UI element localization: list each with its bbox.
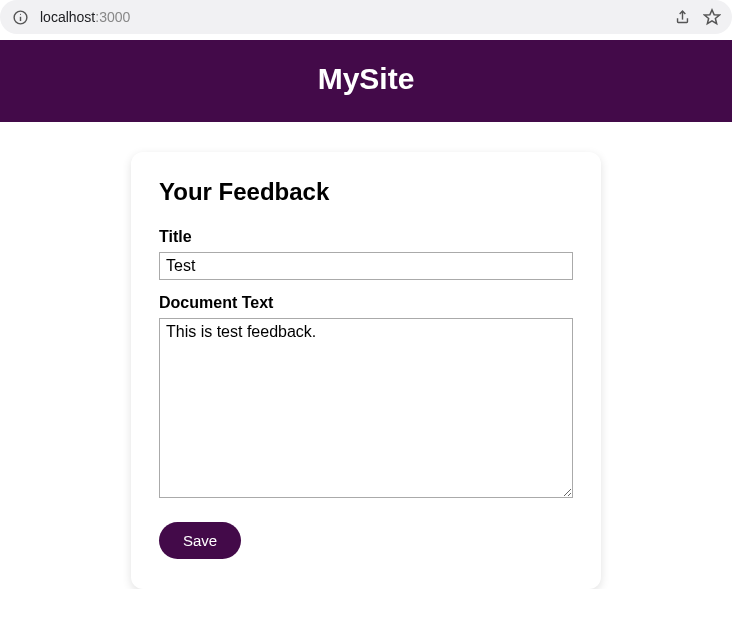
browser-address-bar: localhost:3000 xyxy=(0,0,732,34)
url-text[interactable]: localhost:3000 xyxy=(40,9,662,25)
save-button[interactable]: Save xyxy=(159,522,241,559)
title-label: Title xyxy=(159,228,573,246)
feedback-card: Your Feedback Title Document Text Save xyxy=(131,152,601,589)
site-title: MySite xyxy=(0,62,732,96)
title-group: Title xyxy=(159,228,573,280)
info-icon[interactable] xyxy=(10,7,30,27)
share-icon[interactable] xyxy=(672,7,692,27)
star-icon[interactable] xyxy=(702,7,722,27)
body-label: Document Text xyxy=(159,294,573,312)
body-group: Document Text xyxy=(159,294,573,502)
svg-marker-3 xyxy=(705,10,720,24)
body-textarea[interactable] xyxy=(159,318,573,498)
svg-point-2 xyxy=(19,13,20,14)
card-heading: Your Feedback xyxy=(159,178,573,206)
title-input[interactable] xyxy=(159,252,573,280)
site-header: MySite xyxy=(0,40,732,122)
